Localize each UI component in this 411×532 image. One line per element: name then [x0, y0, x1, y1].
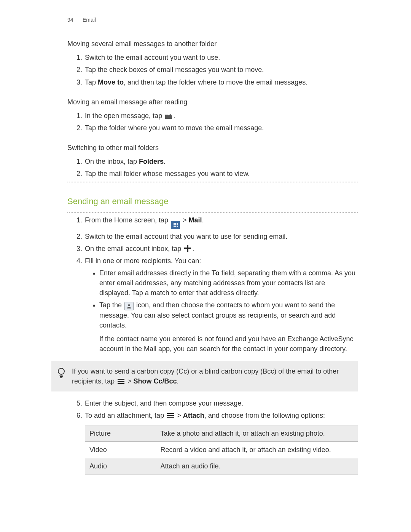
table-row: Audio Attach an audio file. [85, 458, 358, 474]
steps-sending: From the Home screen, tap > Mail. Switch… [67, 215, 358, 354]
exchange-note: If the contact name you entered is not f… [99, 334, 358, 354]
running-header: 94 Email [67, 16, 358, 24]
steps-sending-cont: Enter the subject, and then compose your… [67, 398, 358, 474]
document-page: 94 Email Moving several email messages t… [0, 0, 411, 532]
table-row: Picture Take a photo and attach it, or a… [85, 425, 358, 441]
tip-callout: If you want to send a carbon copy (Cc) o… [51, 361, 358, 391]
subheading-switch-folders: Switching to other mail folders [67, 143, 358, 153]
step: Tap the mail folder whose messages you w… [84, 169, 358, 179]
section-title-sending-email: Sending an email message [67, 195, 358, 208]
apps-grid-icon [171, 221, 180, 229]
svg-point-1 [58, 368, 64, 374]
step: Tap Move to, and then tap the folder whe… [84, 77, 358, 87]
contact-person-icon [124, 302, 134, 310]
step: In the open message, tap . [84, 111, 358, 121]
step: On the email account inbox, tap . [84, 244, 358, 254]
step: Switch to the email account that you wan… [84, 232, 358, 241]
step: Fill in one or more recipients. You can:… [84, 256, 358, 354]
step: Enter the subject, and then compose your… [84, 398, 358, 408]
steps-move-after-reading: In the open message, tap . Tap the folde… [67, 111, 358, 133]
header-section: Email [83, 17, 96, 23]
step: To add an attachment, tap > Attach, and … [84, 411, 358, 474]
attachment-options-table: Picture Take a photo and attach it, or a… [85, 425, 358, 474]
lightbulb-icon [57, 367, 66, 380]
steps-move-several: Switch to the email account you want to … [67, 53, 358, 87]
attach-type: Audio [85, 458, 156, 474]
step: From the Home screen, tap > Mail. [84, 215, 358, 229]
attach-desc: Record a video and attach it, or attach … [156, 442, 358, 458]
step: Tap the check boxes of email messages yo… [84, 65, 358, 75]
subheading-move-after-reading: Moving an email message after reading [67, 97, 358, 107]
tip-text: If you want to send a carbon copy (Cc) o… [72, 366, 351, 386]
menu-icon [167, 413, 174, 419]
svg-point-0 [128, 304, 130, 306]
attach-desc: Attach an audio file. [156, 458, 358, 474]
step: On the inbox, tap Folders. [84, 157, 358, 166]
divider-dotted [67, 212, 358, 213]
page-number: 94 [67, 16, 81, 24]
table-row: Video Record a video and attach it, or a… [85, 442, 358, 458]
attach-type: Video [85, 442, 156, 458]
subheading-move-several: Moving several email messages to another… [67, 39, 358, 49]
step: Switch to the email account you want to … [84, 53, 358, 62]
steps-switch-folders: On the inbox, tap Folders. Tap the mail … [67, 157, 358, 179]
move-to-folder-icon [165, 113, 172, 119]
step: Tap the folder where you want to move th… [84, 123, 358, 133]
bullet: Enter email addresses directly in the To… [99, 268, 358, 298]
attach-type: Picture [85, 425, 156, 441]
bullet: Tap the icon, and then choose the contac… [99, 300, 358, 354]
menu-icon [118, 379, 124, 384]
compose-plus-icon [184, 244, 191, 252]
recipient-options: Enter email addresses directly in the To… [85, 268, 358, 354]
attach-desc: Take a photo and attach it, or attach an… [156, 425, 358, 441]
divider-dotted [67, 182, 358, 182]
